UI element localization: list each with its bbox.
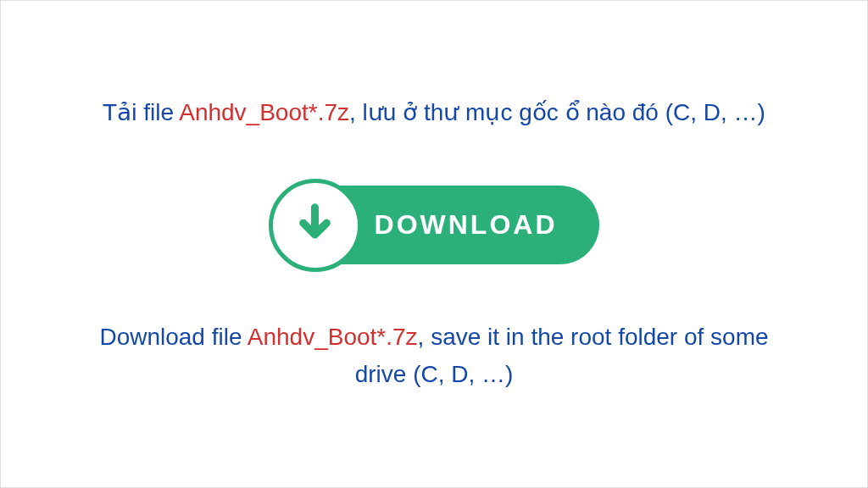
instruction-vietnamese: Tải file Anhdv_Boot*.7z, lưu ở thư mục g… — [103, 94, 765, 132]
instruction-en-suffix: , save it in the root folder of some dri… — [355, 324, 769, 388]
instruction-en-filename: Anhdv_Boot*.7z — [248, 324, 418, 350]
instruction-vi-prefix: Tải file — [103, 99, 179, 125]
download-button[interactable]: DOWNLOAD — [269, 179, 600, 272]
instruction-en-prefix: Download file — [99, 324, 247, 350]
instruction-vi-suffix: , lưu ở thư mục gốc ổ nào đó (C, D, …) — [349, 99, 765, 125]
download-arrow-icon — [292, 202, 338, 248]
instruction-english: Download file Anhdv_Boot*.7z, save it in… — [95, 319, 773, 395]
download-icon-circle — [269, 179, 362, 272]
instruction-vi-filename: Anhdv_Boot*.7z — [179, 99, 349, 125]
